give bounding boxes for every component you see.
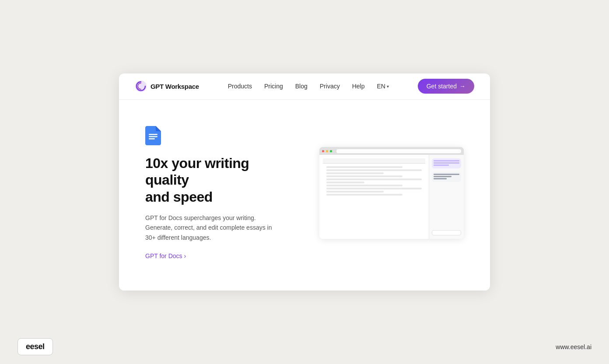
browser-dot-green — [330, 150, 332, 152]
doc-line — [326, 169, 422, 171]
mock-sidebar — [429, 155, 464, 239]
mock-doc-lines — [323, 166, 425, 196]
hero-content: 10x your writing quality and speed GPT f… — [145, 126, 281, 260]
get-started-button[interactable]: Get started → — [418, 79, 474, 94]
page-wrapper: GPT Workspace Products Pricing Blog Priv… — [0, 0, 609, 364]
nav-pricing[interactable]: Pricing — [264, 83, 283, 90]
doc-line — [326, 191, 384, 192]
hero-description: GPT for Docs supercharges your writing. … — [145, 213, 281, 242]
chat-line — [434, 178, 447, 179]
nav-products[interactable]: Products — [228, 83, 252, 90]
chevron-down-icon: ▾ — [387, 84, 389, 89]
navbar: GPT Workspace Products Pricing Blog Priv… — [119, 74, 490, 100]
doc-line — [326, 178, 422, 180]
bottom-bar: eesel www.eesel.ai — [0, 338, 609, 355]
doc-line — [326, 182, 364, 183]
mock-content-area — [319, 155, 464, 239]
chat-line — [434, 160, 459, 161]
eesel-badge: eesel — [18, 338, 53, 355]
chat-bubble-2 — [432, 172, 461, 182]
browser-dot-red — [322, 150, 324, 152]
nav-help[interactable]: Help — [352, 83, 365, 90]
logo-text: GPT Workspace — [150, 83, 199, 90]
nav-blog[interactable]: Blog — [295, 83, 308, 90]
svg-rect-3 — [149, 138, 155, 140]
chat-line — [434, 174, 459, 175]
logo[interactable]: GPT Workspace — [135, 80, 199, 92]
doc-line — [326, 166, 402, 168]
eesel-label: eesel — [26, 342, 45, 351]
chat-line — [434, 176, 452, 177]
svg-rect-1 — [149, 134, 158, 135]
chat-line — [434, 162, 459, 164]
eesel-url: www.eesel.ai — [556, 343, 592, 350]
doc-line — [326, 194, 402, 196]
language-selector[interactable]: EN ▾ — [377, 83, 388, 90]
nav-privacy[interactable]: Privacy — [320, 83, 340, 90]
browser-url-bar — [336, 149, 461, 153]
doc-line — [326, 175, 402, 177]
svg-rect-2 — [149, 136, 158, 137]
logo-icon — [135, 80, 147, 92]
browser-card: GPT Workspace Products Pricing Blog Priv… — [119, 74, 490, 290]
hero-cta-link[interactable]: GPT for Docs › — [145, 252, 186, 259]
mock-toolbar — [323, 158, 425, 164]
doc-line — [326, 188, 422, 189]
chat-input — [432, 230, 461, 235]
product-screenshot — [319, 147, 464, 239]
arrow-icon: → — [459, 83, 466, 90]
chat-bubble-1 — [432, 158, 461, 168]
hero-section: 10x your writing quality and speed GPT f… — [119, 100, 490, 290]
get-started-label: Get started — [427, 83, 457, 90]
docs-icon — [145, 126, 161, 145]
chat-line — [434, 164, 449, 166]
doc-line — [326, 185, 402, 186]
mock-doc-area — [319, 155, 429, 239]
mock-browser — [319, 147, 464, 239]
doc-line — [326, 172, 384, 174]
navbar-links: Products Pricing Blog Privacy Help EN ▾ — [228, 83, 389, 90]
browser-dot-yellow — [326, 150, 328, 152]
hero-title: 10x your writing quality and speed — [145, 155, 281, 205]
mock-browser-bar — [319, 147, 464, 155]
